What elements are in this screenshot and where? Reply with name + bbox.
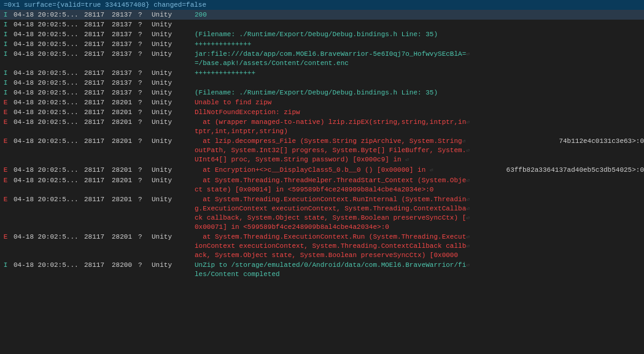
- log-tag-prefix: ?: [137, 10, 149, 19]
- table-row: E 04-18 20:02:5... 28117 28201 ? Unity a…: [0, 175, 644, 194]
- log-message: jar:file:///data/app/com.MOEl6.BraveWarr…: [192, 50, 644, 67]
- log-message: DllNotFoundException: zipw: [192, 108, 644, 117]
- log-level: E: [0, 233, 11, 241]
- table-row: E 04-18 20:02:5... 28117 28201 ? Unity a…: [0, 232, 644, 260]
- log-tag: Unity: [149, 10, 192, 19]
- log-level: E: [0, 166, 11, 174]
- log-timestamp: 04-18 20:02:5...: [11, 20, 82, 29]
- log-pid: 28117: [82, 261, 109, 269]
- log-message: at Encryption+<>c__DisplayClass5_0.b__0 …: [192, 166, 506, 175]
- log-tid: 28137: [109, 10, 137, 19]
- log-message: at System.Threading.ExecutionContext.Run…: [192, 233, 644, 260]
- log-pid: 28117: [82, 176, 109, 185]
- table-row: I 04-18 20:02:5... 28117 28137 ? Unity (…: [0, 29, 644, 39]
- log-tid: 28137: [109, 50, 137, 58]
- log-level: E: [0, 137, 11, 145]
- log-tid: 28200: [109, 261, 137, 269]
- log-pid: 28117: [82, 108, 109, 117]
- log-tag-prefix: ?: [137, 50, 149, 58]
- log-message: UnZip to /storage/emulated/0/Android/dat…: [192, 261, 644, 279]
- log-tag: Unity: [149, 79, 192, 87]
- log-rows: I 04-18 20:02:5... 28117 28137 ? Unity 2…: [0, 10, 644, 279]
- log-pid: 28117: [82, 137, 109, 145]
- log-pid: 28117: [82, 79, 109, 87]
- log-tag-prefix: ?: [137, 233, 149, 241]
- log-pid: 28117: [82, 30, 109, 39]
- log-tid: 28137: [109, 20, 137, 29]
- table-row: E 04-18 20:02:5... 28117 28201 ? Unity D…: [0, 107, 644, 117]
- table-row: I 04-18 20:02:5... 28117 28137 ? Unity: [0, 78, 644, 88]
- log-timestamp: 04-18 20:02:5...: [11, 108, 82, 117]
- log-message: 200: [192, 10, 644, 19]
- log-pid: 28117: [82, 20, 109, 29]
- log-pid: 28117: [82, 50, 109, 58]
- log-level: I: [0, 79, 11, 87]
- table-row: I 04-18 20:02:5... 28117 28137 ? Unity j…: [0, 49, 644, 68]
- top-bar: =0x1 surface={valid=true 3341457408} cha…: [0, 0, 644, 10]
- log-tag-prefix: ?: [137, 98, 149, 107]
- log-pid: 28117: [82, 166, 109, 174]
- log-tag-prefix: ?: [137, 166, 149, 174]
- log-level: E: [0, 118, 11, 126]
- log-timestamp: 04-18 20:02:5...: [11, 118, 82, 126]
- log-tid: 28201: [109, 108, 137, 117]
- log-tid: 28201: [109, 98, 137, 107]
- log-message: at System.Threading.ThreadHelper.ThreadS…: [192, 176, 644, 194]
- log-timestamp: 04-18 20:02:5...: [11, 40, 82, 48]
- log-tag: Unity: [149, 261, 192, 269]
- log-level: I: [0, 40, 11, 48]
- log-tag-prefix: ?: [137, 137, 149, 145]
- log-pid: 28117: [82, 10, 109, 19]
- log-tag-prefix: ?: [137, 118, 149, 126]
- log-tag: Unity: [149, 176, 192, 185]
- log-tid: 28201: [109, 166, 137, 174]
- log-tag: Unity: [149, 50, 192, 58]
- log-tid: 28137: [109, 30, 137, 39]
- log-timestamp: 04-18 20:02:5...: [11, 50, 82, 58]
- log-timestamp: 04-18 20:02:5...: [11, 88, 82, 97]
- log-message: at lzip.decompress_File (System.String z…: [192, 137, 559, 164]
- log-tid: 28201: [109, 195, 137, 204]
- log-tag-prefix: ?: [137, 69, 149, 77]
- log-pid: 28117: [82, 69, 109, 77]
- table-row: E 04-18 20:02:5... 28117 28201 ? Unity a…: [0, 165, 644, 175]
- log-tag: Unity: [149, 30, 192, 39]
- log-tid: 28137: [109, 69, 137, 77]
- log-level: E: [0, 98, 11, 107]
- log-tid: 28201: [109, 137, 137, 145]
- log-level: I: [0, 69, 11, 77]
- log-level: E: [0, 176, 11, 185]
- log-level: I: [0, 88, 11, 97]
- log-container: =0x1 surface={valid=true 3341457408} cha…: [0, 0, 644, 354]
- log-timestamp: 04-18 20:02:5...: [11, 137, 82, 145]
- log-timestamp: 04-18 20:02:5...: [11, 176, 82, 185]
- log-message: ++++++++++++++: [192, 40, 644, 48]
- log-tag: Unity: [149, 98, 192, 107]
- log-tag-prefix: ?: [137, 20, 149, 29]
- log-tag: Unity: [149, 108, 192, 117]
- log-tid: 28201: [109, 118, 137, 126]
- log-tag-prefix: ?: [137, 176, 149, 185]
- log-tag: Unity: [149, 233, 192, 241]
- log-tag-prefix: ?: [137, 261, 149, 269]
- table-row: E 04-18 20:02:5... 28117 28201 ? Unity a…: [0, 136, 644, 165]
- log-level: I: [0, 30, 11, 39]
- log-tag-prefix: ?: [137, 195, 149, 204]
- log-tag: Unity: [149, 118, 192, 126]
- table-row: E 04-18 20:02:5... 28117 28201 ? Unity a…: [0, 117, 644, 136]
- log-timestamp: 04-18 20:02:5...: [11, 30, 82, 39]
- log-tag-prefix: ?: [137, 40, 149, 48]
- log-tag-prefix: ?: [137, 79, 149, 87]
- log-tag: Unity: [149, 166, 192, 174]
- log-timestamp: 04-18 20:02:5...: [11, 195, 82, 204]
- log-pid: 28117: [82, 88, 109, 97]
- log-tag: Unity: [149, 69, 192, 77]
- log-message: Unable to find zipw: [192, 98, 644, 107]
- log-timestamp: 04-18 20:02:5...: [11, 166, 82, 174]
- log-pid: 28117: [82, 195, 109, 204]
- log-tid: 28201: [109, 233, 137, 241]
- log-timestamp: 04-18 20:02:5...: [11, 10, 82, 19]
- log-message: (Filename: ./Runtime/Export/Debug/Debug.…: [192, 30, 644, 39]
- log-pid: 28117: [82, 233, 109, 241]
- log-message: (Filename: ./Runtime/Export/Debug/Debug.…: [192, 88, 644, 97]
